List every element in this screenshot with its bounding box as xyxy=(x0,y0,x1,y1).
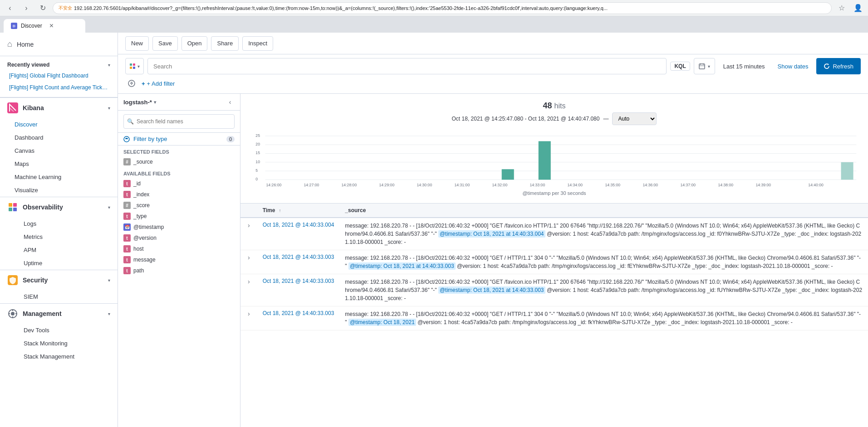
new-button[interactable]: New xyxy=(125,36,149,51)
expand-row-3-button[interactable]: › xyxy=(246,278,252,285)
sidebar-item-uptime[interactable]: Uptime xyxy=(0,257,118,270)
timestamp-highlight-3: @timestamp: Oct 18, 2021 at 14:40:33.003 xyxy=(438,286,545,294)
observability-chevron-icon: ▾ xyxy=(108,205,110,210)
url-text: 192.168.220.76:5601/app/kibana#/discover… xyxy=(74,5,608,11)
browser-tab[interactable]: D Discover × xyxy=(4,19,85,33)
field-type-icon-type: t xyxy=(123,213,131,220)
query-type-selector[interactable]: ▾ xyxy=(125,58,144,74)
tab-close-icon[interactable]: × xyxy=(49,22,54,30)
profile-button[interactable]: 👤 xyxy=(852,2,864,15)
time-range-display: Last 15 minutes xyxy=(719,63,770,70)
field-item-version[interactable]: t @version xyxy=(118,233,240,243)
sidebar-item-dev-tools[interactable]: Dev Tools xyxy=(0,324,118,337)
filter-options-button[interactable] xyxy=(125,77,138,90)
index-pattern-button[interactable]: logstash-* ▾ xyxy=(123,99,156,106)
field-type-icon-path: t xyxy=(123,267,131,274)
recently-viewed-item-1[interactable]: [Flights] Global Flight Dashboard xyxy=(0,70,118,82)
show-dates-button[interactable]: Show dates xyxy=(773,63,813,70)
sidebar-item-maps[interactable]: Maps xyxy=(0,157,118,170)
management-header[interactable]: Management ▾ xyxy=(0,304,118,324)
recently-viewed-chevron-icon[interactable]: ▾ xyxy=(108,63,110,68)
sidebar-item-metrics[interactable]: Metrics xyxy=(0,230,118,243)
svg-rect-39 xyxy=(539,141,551,180)
tab-title: Discover xyxy=(21,23,42,29)
source-cell-2: message: 192.168.220.78 - - [18/Oct/2021… xyxy=(339,250,868,274)
sidebar-item-canvas[interactable]: Canvas xyxy=(0,144,118,157)
field-type-icon-host: t xyxy=(123,245,131,252)
recently-viewed-item-2[interactable]: [Flights] Flight Count and Average Ticke… xyxy=(0,82,118,93)
kql-badge[interactable]: KQL xyxy=(670,62,690,71)
svg-rect-15 xyxy=(133,67,135,69)
expand-row-4-button[interactable]: › xyxy=(246,310,252,317)
sidebar-home-label: Home xyxy=(17,41,34,48)
filter-count-badge: 0 xyxy=(226,136,235,142)
field-name-type: _type xyxy=(133,213,147,219)
observability-header[interactable]: Observability ▾ xyxy=(0,197,118,217)
filter-by-type-row[interactable]: Filter by type 0 xyxy=(118,133,240,146)
filter-options-icon xyxy=(128,80,135,87)
field-name-index: _index xyxy=(133,191,149,198)
sidebar-item-visualize[interactable]: Visualize xyxy=(0,184,118,197)
field-item-source[interactable]: # _source xyxy=(118,156,240,167)
sidebar-home[interactable]: ⌂ Home xyxy=(0,33,118,56)
add-filter-button[interactable]: + + Add filter xyxy=(142,80,175,87)
search-input-wrap[interactable] xyxy=(147,58,667,74)
time-range-chart-label: Oct 18, 2021 @ 14:25:47.080 - Oct 18, 20… xyxy=(452,116,600,122)
svg-text:14:31:00: 14:31:00 xyxy=(454,183,470,187)
table-header-time[interactable]: Time ↑ xyxy=(257,204,340,218)
open-button[interactable]: Open xyxy=(181,36,208,51)
back-button[interactable]: ‹ xyxy=(4,2,16,15)
sidebar-item-dashboard[interactable]: Dashboard xyxy=(0,131,118,144)
sidebar-item-logs[interactable]: Logs xyxy=(0,217,118,230)
plus-icon: + xyxy=(142,80,145,87)
svg-rect-4 xyxy=(13,208,17,211)
filter-type-label: Filter by type xyxy=(133,136,223,142)
field-name-version: @version xyxy=(133,235,157,241)
table-row: › Oct 18, 2021 @ 14:40:33.003 message: 1… xyxy=(240,274,868,306)
sidebar-item-stack-monitoring[interactable]: Stack Monitoring xyxy=(0,337,118,350)
field-type-icon-score: # xyxy=(123,202,131,209)
collapse-panel-button[interactable]: ‹ xyxy=(226,97,235,107)
forward-button[interactable]: › xyxy=(20,2,33,15)
sidebar-item-siem[interactable]: SIEM xyxy=(0,290,118,303)
sidebar-item-discover[interactable]: Discover xyxy=(0,118,118,131)
field-item-index[interactable]: t _index xyxy=(118,189,240,200)
svg-rect-38 xyxy=(502,169,514,180)
share-button[interactable]: Share xyxy=(211,36,239,51)
security-header[interactable]: Security ▾ xyxy=(0,270,118,290)
refresh-button[interactable]: Refresh xyxy=(816,58,861,74)
bookmark-button[interactable]: ☆ xyxy=(835,2,848,15)
management-chevron-icon: ▾ xyxy=(108,311,110,316)
search-input[interactable] xyxy=(153,63,661,70)
url-bar[interactable]: 不安全 192.168.220.76:5601/app/kibana#/disc… xyxy=(53,2,832,14)
sidebar-item-stack-management[interactable]: Stack Management xyxy=(0,350,118,363)
field-item-message[interactable]: t message xyxy=(118,254,240,265)
sidebar-item-ml[interactable]: Machine Learning xyxy=(0,170,118,184)
interval-selector[interactable]: Auto Millisecond Second Minute Hour Day xyxy=(612,112,657,125)
field-item-id[interactable]: t _id xyxy=(118,178,240,189)
field-item-timestamp[interactable]: 📅 @timestamp xyxy=(118,222,240,233)
expand-row-1-button[interactable]: › xyxy=(246,222,252,229)
field-item-score[interactable]: # _score xyxy=(118,200,240,211)
svg-text:14:40:00: 14:40:00 xyxy=(808,183,824,187)
calendar-button[interactable]: ▾ xyxy=(694,58,715,74)
expand-row-2-button[interactable]: › xyxy=(246,254,252,261)
chart-subheader: Oct 18, 2021 @ 14:25:47.080 - Oct 18, 20… xyxy=(248,112,861,125)
svg-point-7 xyxy=(11,312,15,315)
field-item-host[interactable]: t host xyxy=(118,243,240,254)
reload-button[interactable]: ↻ xyxy=(36,2,49,15)
sidebar-item-apm[interactable]: APM xyxy=(0,243,118,257)
management-label: Management xyxy=(23,310,103,317)
field-item-type[interactable]: t _type xyxy=(118,211,240,222)
save-button[interactable]: Save xyxy=(152,36,178,51)
results-area[interactable]: Time ↑ _source xyxy=(240,204,868,427)
field-type-icon-timestamp: 📅 xyxy=(123,223,131,231)
inspect-button[interactable]: Inspect xyxy=(242,36,273,51)
svg-text:15: 15 xyxy=(255,150,260,155)
table-row: › Oct 18, 2021 @ 14:40:33.004 message: 1… xyxy=(240,218,868,250)
field-item-path[interactable]: t path xyxy=(118,265,240,276)
field-search-input[interactable] xyxy=(123,114,235,129)
time-cell-3: Oct 18, 2021 @ 14:40:33.003 xyxy=(257,274,340,306)
svg-text:14:39:00: 14:39:00 xyxy=(755,183,771,187)
kibana-section-header[interactable]: Kibana ▾ xyxy=(0,98,118,118)
